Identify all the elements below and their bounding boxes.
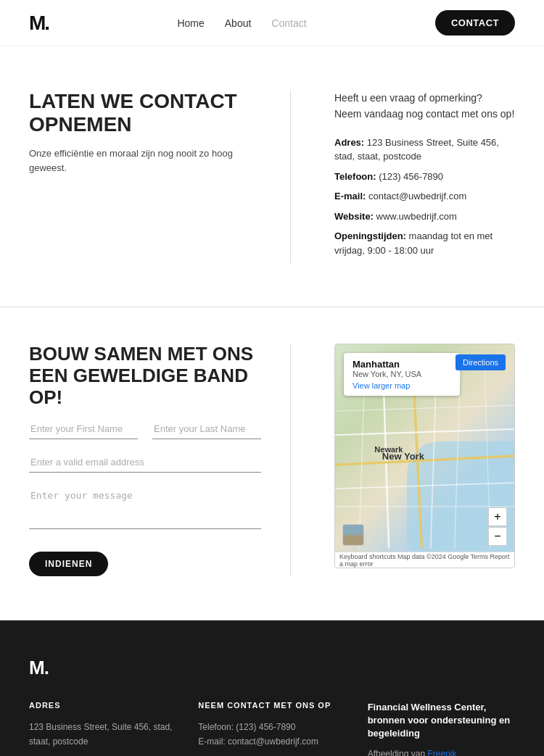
- map-directions-button[interactable]: Directions: [456, 354, 506, 370]
- map-street-view: [342, 524, 364, 546]
- footer-contact-email: E-mail: contact@uwbedrijf.com: [198, 734, 345, 749]
- footer-col-contact: NEEM CONTACT MET ONS OP Telefoon: (123) …: [198, 701, 345, 756]
- form-section: BOUW SAMEN MET ONS EEN GEWELDIGE BAND OP…: [0, 307, 544, 620]
- footer-col-wellness: Financial Wellness Center, bronnen voor …: [368, 701, 515, 756]
- footer-wellness-title: Financial Wellness Center, bronnen voor …: [368, 701, 515, 741]
- footer-col-address: ADRES 123 Business Street, Suite 456, st…: [29, 701, 176, 756]
- nav-home[interactable]: Home: [177, 17, 204, 29]
- footer-contact-title: NEEM CONTACT MET ONS OP: [198, 701, 345, 710]
- map-container: Manhattan New York, NY, USA View larger …: [334, 344, 515, 568]
- footer-address-title: ADRES: [29, 701, 176, 710]
- form-section-left: BOUW SAMEN MET ONS EEN GEWELDIGE BAND OP…: [29, 344, 261, 576]
- form-section-divider: [290, 344, 291, 576]
- map-newark-label: Newark: [374, 445, 403, 454]
- map-info-box: Manhattan New York, NY, USA View larger …: [344, 353, 460, 396]
- contact-title: LATEN WE CONTACT OPNEMEN: [29, 90, 261, 136]
- footer: M. ADRES 123 Business Street, Suite 456,…: [0, 620, 544, 756]
- nav-about[interactable]: About: [225, 17, 252, 29]
- svg-line-2: [335, 429, 514, 435]
- footer-grid: ADRES 123 Business Street, Suite 456, st…: [29, 701, 515, 756]
- map-zoom-out[interactable]: −: [488, 527, 507, 546]
- message-textarea[interactable]: [29, 486, 261, 529]
- map-place-name: Manhattan: [353, 359, 451, 370]
- email-group: [29, 452, 261, 473]
- form-section-right: Manhattan New York, NY, USA View larger …: [320, 344, 515, 568]
- nav-contact[interactable]: Contact: [271, 17, 306, 29]
- nav-links: Home About Contact: [177, 17, 306, 29]
- map-zoom-in[interactable]: +: [488, 507, 507, 526]
- svg-line-4: [335, 483, 514, 489]
- map-zoom-controls: + −: [488, 507, 507, 546]
- form-title: BOUW SAMEN MET ONS EEN GEWELDIGE BAND OP…: [29, 344, 261, 409]
- submit-button[interactable]: INDIENEN: [29, 552, 108, 576]
- svg-line-8: [335, 405, 514, 411]
- first-name-input[interactable]: [29, 419, 138, 439]
- contact-section: LATEN WE CONTACT OPNEMEN Onze efficiënti…: [0, 46, 544, 307]
- navbar: M. Home About Contact CONTACT: [0, 0, 544, 46]
- message-group: [29, 486, 261, 531]
- contact-subtitle: Onze efficiëntie en moraal zijn nog nooi…: [29, 146, 261, 175]
- contact-address-row: Adres: 123 Business Street, Suite 456, s…: [334, 136, 515, 164]
- contact-section-right: Heeft u een vraag of opmerking? Neem van…: [320, 90, 515, 263]
- contact-email-row: E-mail: contact@uwbedrijf.com: [334, 189, 515, 204]
- contact-intro: Heeft u een vraag of opmerking? Neem van…: [334, 90, 515, 122]
- map-street-view-img: [343, 525, 363, 545]
- nav-logo: M.: [29, 12, 49, 35]
- map-view-larger[interactable]: View larger map: [353, 381, 451, 390]
- footer-logo: M.: [29, 657, 515, 679]
- name-row: [29, 419, 261, 439]
- map-place-sub: New York, NY, USA: [353, 370, 451, 378]
- map-bottom-bar: Keyboard shortcuts Map data ©2024 Google…: [335, 552, 514, 568]
- last-name-input[interactable]: [152, 419, 261, 439]
- section-divider: [290, 90, 291, 263]
- nav-contact-button[interactable]: CONTACT: [435, 10, 515, 36]
- contact-section-left: LATEN WE CONTACT OPNEMEN Onze efficiënti…: [29, 90, 261, 263]
- footer-contact-phone: Telefoon: (123) 456-7890: [198, 720, 345, 734]
- map-inner: Manhattan New York, NY, USA View larger …: [335, 344, 514, 568]
- footer-freepik-link[interactable]: Freepik: [427, 749, 456, 756]
- email-input[interactable]: [29, 452, 261, 473]
- contact-hours-row: Openingstijden: maandag tot en met vrijd…: [334, 229, 515, 257]
- contact-website-row: Website: www.uwbedrijf.com: [334, 209, 515, 224]
- footer-wellness-text: Afbeelding van Freepik: [368, 747, 515, 756]
- footer-address-text: 123 Business Street, Suite 456, stad, st…: [29, 720, 176, 749]
- contact-phone-row: Telefoon: (123) 456-7890: [334, 170, 515, 184]
